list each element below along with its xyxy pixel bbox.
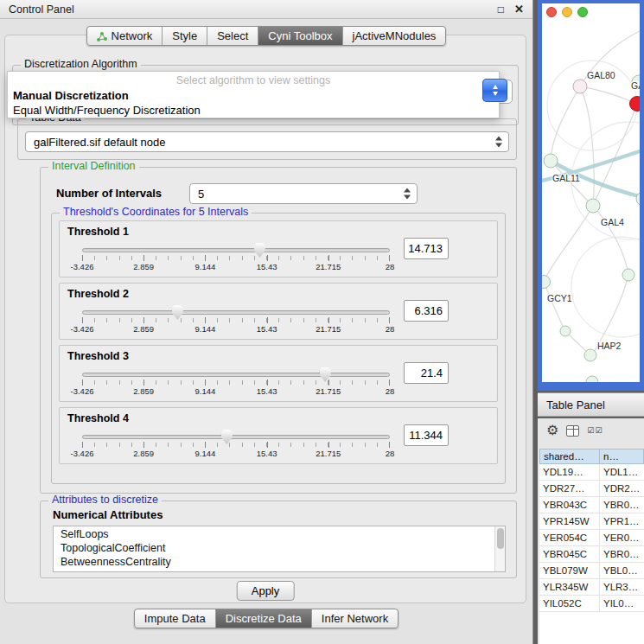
top-tab[interactable]: Cyni Toolbox [258,27,342,45]
table-cell[interactable]: YIL052C [539,596,600,611]
table-row[interactable]: YPR145W YPR1… [539,513,644,530]
threshold-slider[interactable]: -3.426 2.859 9.144 15.43 21.715 28 [82,242,390,275]
table-toolbar: ⚙ ☑☑ [538,418,644,440]
slider-track[interactable] [82,310,390,315]
tab-label: Infer Network [322,612,388,625]
bottom-tab[interactable]: Infer Network [312,609,398,628]
slider-track[interactable] [82,248,390,252]
window-title: Control Panel [9,3,74,16]
attribute-list-item[interactable]: SelfLoops [54,527,505,541]
top-tab[interactable]: jActiveMNodules [343,27,446,45]
close-window-icon[interactable]: ✕ [514,3,524,16]
gear-icon[interactable]: ⚙ [546,424,558,437]
close-button[interactable] [546,7,557,17]
table-cell[interactable]: YBR043C [539,497,600,513]
node-label: GA [631,80,640,91]
network-node [622,269,634,281]
slider-minor-ticks [82,318,390,322]
table-cell[interactable]: YDL19… [539,464,600,480]
threshold-slider[interactable]: -3.426 2.859 9.144 15.43 21.715 28 [82,429,390,462]
cyni-toolbox-panel: Discretization Algorithm Table Data galF… [4,35,526,603]
thresholds-group: Threshold's Coordinates for 5 Intervals … [51,213,506,484]
table-cell[interactable]: YER054C [539,530,600,545]
network-node [544,154,558,168]
slider-minor-ticks [82,256,390,260]
table-row[interactable]: YLR345W YLR3… [539,579,644,596]
selected-node [630,97,641,112]
threshold-label: Threshold 1 [67,226,129,238]
table-data-select[interactable]: galFiltered.sif default node [25,131,509,152]
apply-button[interactable]: Apply [237,581,295,601]
number-of-intervals-label: Number of Intervals [56,187,162,200]
table-cell[interactable]: YLR345W [539,579,600,595]
table-data-value: galFiltered.sif default node [34,136,165,149]
list-scrollbar[interactable] [494,526,505,571]
columns-icon[interactable] [566,425,579,437]
attribute-list-item[interactable]: TopologicalCoefficient [54,541,505,555]
threshold-value-field[interactable]: 14.713 [404,238,449,259]
threshold-value-field[interactable]: 11.344 [404,424,449,446]
table-cell[interactable]: YDR2… [600,481,644,496]
bottom-tab[interactable]: Impute Data [135,609,216,628]
attributes-group: Attributes to discretize Numerical Attri… [40,501,517,578]
numerical-attributes-list[interactable]: SelfLoopsTopologicalCoefficientBetweenne… [53,526,506,572]
slider-track[interactable] [82,373,390,377]
table-data-group: Table Data galFiltered.sif default node [17,118,517,160]
table-cell[interactable]: YER0… [600,530,644,545]
table-cell[interactable]: YPR1… [600,513,644,529]
group-title: Interval Definition [48,160,139,172]
table-panel-header: Table Panel [538,392,644,417]
float-window-icon[interactable]: □ [498,3,504,16]
network-node [584,349,596,361]
attribute-list-item[interactable]: BetweennessCentrality [54,555,505,569]
column-header[interactable]: shared… [539,449,600,464]
table-row[interactable]: YER054C YER0… [539,530,644,546]
column-header[interactable]: n… [600,449,644,464]
table-cell[interactable]: YBL0… [600,563,644,578]
dropdown-header: Select algorithm to view settings [8,73,499,88]
table-cell[interactable]: YPR145W [539,513,600,529]
number-of-intervals-select[interactable]: 5 [189,183,418,204]
threshold-panel: Threshold 3 -3.426 2.859 9.144 [59,345,498,402]
table-row[interactable]: YIL052C YIL0… [539,596,644,612]
top-tab[interactable]: Select [207,27,258,45]
table-row[interactable]: YBR043C YBR0… [539,497,644,513]
table-cell[interactable]: YDL1… [600,464,644,480]
table-row[interactable]: YDL19… YDL1… [539,464,644,481]
threshold-label: Threshold 2 [67,288,129,300]
table-cell[interactable]: YBR0… [600,546,644,562]
threshold-value-field[interactable]: 21.4 [404,362,449,384]
tab-label: Select [217,29,248,42]
threshold-panel: Threshold 4 -3.426 2.859 9.144 [59,407,498,464]
slider-track[interactable] [82,435,390,439]
table-cell[interactable]: YLR3… [600,579,644,595]
threshold-slider[interactable]: -3.426 2.859 9.144 15.43 21.715 28 [82,304,390,337]
table-cell[interactable]: YBR0… [600,497,644,513]
table-cell[interactable]: YDR27… [539,481,600,496]
scrollbar-thumb[interactable] [497,528,504,549]
network-canvas[interactable]: GAL80 GA GAL11 GAL4 GCY1 HAP2 [542,3,640,382]
bottom-tab[interactable]: Discretize Data [216,609,312,628]
table-cell[interactable]: YBR045C [539,546,600,562]
table-cell[interactable]: YBL079W [539,563,600,578]
select-rows-icon[interactable]: ☑☑ [587,426,603,435]
dropdown-option[interactable]: Equal Width/Frequency Discretization [8,103,499,118]
bottom-tab-bar: Impute Data Discretize Data Infer Networ… [0,609,532,628]
threshold-slider[interactable]: -3.426 2.859 9.144 15.43 21.715 28 [82,367,390,399]
threshold-value-field[interactable]: 6.316 [404,300,449,322]
table-row[interactable]: YBR045C YBR0… [539,546,644,563]
network-nodes[interactable] [542,75,640,382]
network-graph[interactable]: GAL80 GA GAL11 GAL4 GCY1 HAP2 [542,3,640,382]
minimize-button[interactable] [562,7,572,17]
zoom-button[interactable] [577,7,588,17]
table-row[interactable]: YDR27… YDR2… [539,481,644,497]
top-tab[interactable]: Network [87,27,163,45]
table-cell[interactable]: YIL0… [600,596,644,611]
top-tab[interactable]: Style [163,27,207,45]
tab-label: Cyni Toolbox [268,29,332,42]
network-node [586,376,598,382]
dropdown-option[interactable]: Manual Discretization [8,88,499,103]
table-row[interactable]: YBL079W YBL0… [539,563,644,579]
node-label: GAL80 [587,70,615,80]
combo-stepper-button[interactable] [482,79,507,102]
